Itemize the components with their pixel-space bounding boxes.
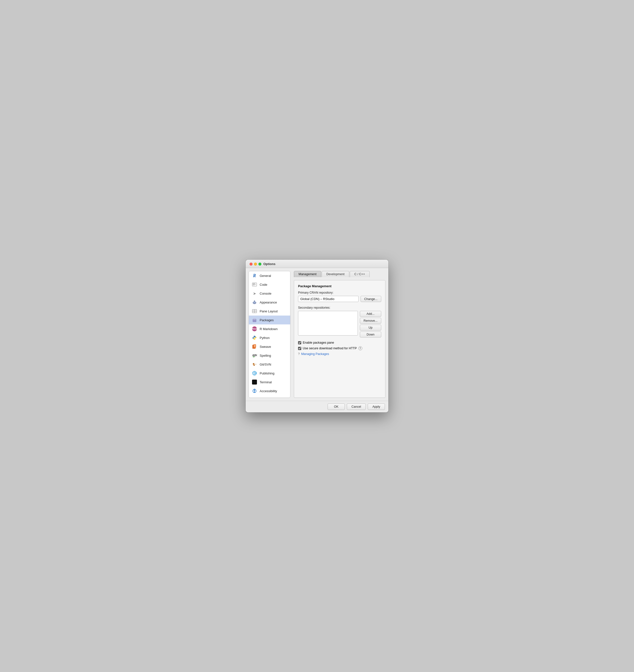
tabs-bar: Management Development C / C++ [294,271,385,277]
sidebar-label-appearance: Appearance [260,301,277,304]
close-button[interactable] [249,262,252,265]
tab-cpp[interactable]: C / C++ [350,271,370,277]
sidebar-item-python[interactable]: Python [249,333,290,342]
sidebar-label-terminal: Terminal [260,380,272,384]
publishing-icon [252,370,257,376]
svg-point-13 [254,336,254,337]
svg-rect-24 [253,365,255,366]
sidebar-item-appearance[interactable]: Appearance [249,298,290,307]
spelling-icon: ABC [252,353,257,358]
sidebar-item-spelling[interactable]: ABC Spelling [249,351,290,360]
tab-management[interactable]: Management [294,271,321,277]
maximize-button[interactable] [259,262,261,265]
sidebar-label-packages: Packages [260,318,274,322]
sidebar-item-terminal[interactable]: Terminal [249,378,290,387]
svg-rect-6 [254,301,255,302]
panel-content: Package Management Primary CRAN reposito… [294,280,385,398]
secondary-buttons: Add... Remove... Up Down [360,311,381,338]
pane-layout-icon [252,308,257,314]
git-svn-icon [252,362,257,367]
sidebar-label-general: General [260,274,271,278]
primary-label: Primary CRAN repository: [298,291,381,294]
general-icon: R [252,273,257,278]
svg-rect-0 [252,283,257,286]
link-help-icon: ? [298,352,300,356]
svg-rect-25 [255,364,256,365]
tab-development[interactable]: Development [322,271,349,277]
r-markdown-icon: Rmd [252,326,257,331]
ok-button[interactable]: OK [327,403,345,410]
svg-rect-23 [253,363,254,364]
minimize-button[interactable] [254,262,257,265]
svg-text:ABC: ABC [252,354,257,357]
secure-download-label: Use secure download method for HTTP [303,347,357,350]
sweave-icon [252,344,257,349]
sidebar-item-r-markdown[interactable]: Rmd R Markdown [249,324,290,333]
title-bar: Options [246,260,388,268]
enable-packages-checkbox[interactable] [298,341,301,344]
accessibility-icon [252,388,257,394]
appearance-icon [252,300,257,305]
right-panel: Management Development C / C++ Package M… [290,271,385,398]
sidebar-label-python: Python [260,336,269,340]
svg-point-14 [255,339,255,339]
sidebar-label-spelling: Spelling [260,354,271,357]
secure-download-row: Use secure download method for HTTP ? [298,346,381,350]
code-icon [252,282,257,287]
cancel-button[interactable]: Cancel [347,403,366,410]
bottom-bar: OK Cancel Apply [246,401,388,412]
secondary-row: Add... Remove... Up Down [298,311,381,338]
sidebar-item-packages[interactable]: Packages [249,316,290,324]
cran-row: Change... [298,296,381,302]
sidebar-item-publishing[interactable]: Publishing [249,369,290,378]
down-button[interactable]: Down [360,331,381,338]
enable-packages-label: Enable packages pane [303,341,334,344]
sidebar-label-console: Console [260,292,271,295]
window-title: Options [263,262,275,266]
console-icon: > [252,291,257,296]
enable-packages-row: Enable packages pane [298,341,381,344]
sidebar-item-accessibility[interactable]: Accessibility [249,387,290,395]
python-icon [252,335,257,341]
terminal-icon [252,379,257,385]
link-row: ? Managing Packages [298,352,381,356]
secondary-label: Secondary repositories: [298,306,381,309]
sidebar-item-general[interactable]: R General [249,271,290,280]
up-button[interactable]: Up [360,325,381,330]
sidebar-label-code: Code [260,283,267,286]
sidebar-label-pane-layout: Pane Layout [260,309,277,313]
sidebar-item-pane-layout[interactable]: Pane Layout [249,307,290,316]
sidebar-label-publishing: Publishing [260,371,274,375]
remove-button[interactable]: Remove... [360,318,381,324]
section-title: Package Management [298,284,381,288]
add-button[interactable]: Add... [360,311,381,317]
apply-button[interactable]: Apply [368,403,385,410]
sidebar-item-sweave[interactable]: Sweave [249,342,290,351]
window-controls [249,262,261,265]
packages-icon [252,317,257,323]
svg-rect-12 [254,318,255,319]
secure-download-checkbox[interactable] [298,347,301,350]
sidebar-item-git-svn[interactable]: Git/SVN [249,360,290,369]
cran-input[interactable] [298,296,359,302]
change-button[interactable]: Change... [361,296,381,302]
sidebar-label-accessibility: Accessibility [260,389,277,393]
options-dialog: Options R General Co [246,260,388,412]
managing-packages-link[interactable]: Managing Packages [301,352,329,356]
sidebar-label-git-svn: Git/SVN [260,363,271,366]
sidebar-label-r-markdown: R Markdown [260,327,277,331]
sidebar-item-console[interactable]: > Console [249,289,290,298]
secure-download-help-icon[interactable]: ? [358,346,362,350]
main-content: R General Code > [246,268,388,401]
sidebar-item-code[interactable]: Code [249,280,290,289]
sidebar-label-sweave: Sweave [260,345,271,349]
sidebar: R General Code > [249,271,290,398]
secondary-list[interactable] [298,311,358,335]
